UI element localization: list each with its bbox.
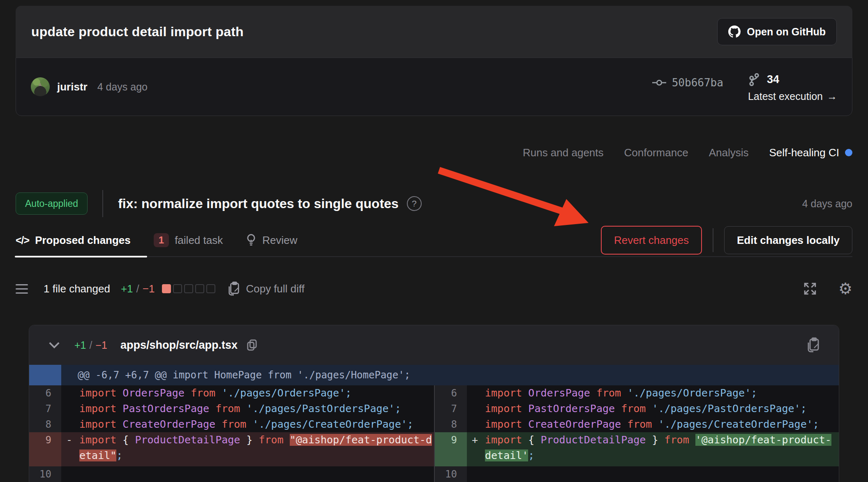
code-token: from <box>259 434 290 446</box>
diff-line-7: 7import PastOrdersPage from './pages/Pas… <box>29 401 434 417</box>
code-token: import <box>485 387 528 399</box>
commit-icon <box>652 79 666 87</box>
code-token: CreateOrderPage <box>528 418 621 430</box>
latest-execution-link[interactable]: Latest execution → <box>748 90 837 102</box>
execution-count: 34 <box>767 73 779 86</box>
chevron-down-icon[interactable] <box>48 341 60 349</box>
auto-applied-badge: Auto-applied <box>16 192 88 215</box>
diffstat-squares <box>162 284 215 293</box>
fix-tabs-row: </> Proposed changes 1 failed task Revie… <box>16 224 852 257</box>
diff-line-10: 10 <box>29 466 434 482</box>
code-token: ProductDetailPage <box>540 434 646 446</box>
code-token: { <box>122 434 135 446</box>
revert-changes-button[interactable]: Revert changes <box>601 226 702 255</box>
tab-proposed-changes[interactable]: </> Proposed changes <box>16 234 131 247</box>
divider <box>713 228 713 252</box>
code-token: './pages/CreateOrderPage' <box>658 418 813 430</box>
line-content <box>61 466 434 482</box>
diff-file-header[interactable]: +1 / −1 apps/shop/src/app.tsx <box>29 325 839 365</box>
github-icon <box>728 25 741 38</box>
line-number: 8 <box>435 417 467 432</box>
line-number: 9 <box>435 432 467 466</box>
open-on-github-label: Open on GitHub <box>747 26 826 38</box>
code-token: ; <box>751 387 757 399</box>
line-content: import PastOrdersPage from './pages/Past… <box>61 401 434 417</box>
code-token: ; <box>801 403 807 415</box>
diffstat-square <box>195 284 204 293</box>
code-token: './pages/PastOrdersPage' <box>246 403 395 415</box>
code-token: from <box>209 403 246 415</box>
code-icon: </> <box>16 234 29 246</box>
code-token: from <box>590 387 627 399</box>
code-token: ; <box>395 403 401 415</box>
file-additions: +1 <box>74 339 86 351</box>
nav-runs-and-agents[interactable]: Runs and agents <box>523 146 604 159</box>
commit-author[interactable]: juristr <box>57 81 88 93</box>
additions-count: +1 <box>121 283 133 295</box>
file-path: apps/shop/src/app.tsx <box>120 339 238 352</box>
active-tab-underline <box>15 256 147 257</box>
nav-conformance[interactable]: Conformance <box>624 146 688 159</box>
code-token: import <box>485 403 528 415</box>
avatar[interactable] <box>31 77 50 96</box>
diffstat-square <box>206 284 215 293</box>
code-token: from <box>665 434 695 446</box>
line-number: 8 <box>29 417 61 432</box>
copy-path-icon[interactable] <box>247 339 257 351</box>
nav-analysis[interactable]: Analysis <box>709 146 749 159</box>
gear-icon[interactable]: ⚙ <box>838 282 852 296</box>
help-icon[interactable]: ? <box>407 196 422 211</box>
tab-failed-task-label: failed task <box>175 234 223 247</box>
code-token: ; <box>116 450 122 461</box>
hunk-header-text: @@ -6,7 +6,7 @@ import HomePage from './… <box>78 369 410 381</box>
line-content: import CreateOrderPage from './pages/Cre… <box>467 417 839 432</box>
edit-changes-locally-button[interactable]: Edit changes locally <box>724 226 852 254</box>
fullscreen-icon[interactable] <box>803 282 817 296</box>
diffstat-square <box>184 284 193 293</box>
code-token: CreateOrderPage <box>122 418 215 430</box>
commit-meta-card: juristr 4 days ago 50b667ba 34 Latest ex… <box>16 58 852 116</box>
file-deletions: −1 <box>95 339 107 351</box>
line-content: import OrdersPage from './pages/OrdersPa… <box>467 385 839 401</box>
git-branch-icon <box>748 73 760 86</box>
failed-count-badge: 1 <box>154 233 169 247</box>
nav-self-healing-ci-label: Self-healing CI <box>769 146 839 159</box>
code-token: } <box>240 434 259 446</box>
deletions-count: −1 <box>143 283 155 295</box>
code-token: ; <box>813 418 819 430</box>
latest-execution-label: Latest execution <box>748 90 823 102</box>
diffstat-square-filled <box>162 284 171 293</box>
tab-failed-task[interactable]: 1 failed task <box>154 233 223 247</box>
diff-panel-old: 6import OrdersPage from './pages/OrdersP… <box>29 385 434 482</box>
line-number: 10 <box>29 466 61 482</box>
nav-self-healing-ci[interactable]: Self-healing CI <box>769 146 852 159</box>
code-token: import <box>79 418 122 430</box>
hunk-header-row: @@ -6,7 +6,7 @@ import HomePage from './… <box>29 365 839 385</box>
clipboard-icon <box>228 281 240 296</box>
open-on-github-button[interactable]: Open on GitHub <box>717 18 837 45</box>
line-content <box>467 466 839 482</box>
diff-panel-new: 6import OrdersPage from './pages/OrdersP… <box>435 385 839 482</box>
commit-hash: 50b667ba <box>672 76 723 89</box>
fix-title: fix: normalize import quotes to single q… <box>118 196 399 211</box>
tab-proposed-changes-label: Proposed changes <box>35 234 131 247</box>
fix-age: 4 days ago <box>802 198 852 210</box>
copy-full-diff-button[interactable]: Copy full diff <box>228 281 305 296</box>
deletion-marker: - <box>66 432 72 448</box>
tab-review[interactable]: Review <box>246 234 297 247</box>
divider <box>102 190 103 217</box>
code-token: } <box>646 434 664 446</box>
line-content: import PastOrdersPage from './pages/Past… <box>467 401 839 417</box>
code-token: ProductDetailPage <box>135 434 240 446</box>
diff-line-8: 8import CreateOrderPage from './pages/Cr… <box>435 417 839 432</box>
commit-hash-group[interactable]: 50b667ba <box>652 76 723 89</box>
top-nav: Runs and agents Conformance Analysis Sel… <box>523 142 852 163</box>
diff-line-6: 6import OrdersPage from './pages/OrdersP… <box>435 385 839 401</box>
line-content: import CreateOrderPage from './pages/Cre… <box>61 417 434 432</box>
code-token: PastOrdersPage <box>122 403 209 415</box>
count-separator: / <box>136 283 139 295</box>
code-token: from <box>185 387 222 399</box>
file-list-menu-icon[interactable] <box>16 284 28 294</box>
code-token: import <box>485 434 528 446</box>
copy-file-diff-icon[interactable] <box>807 337 820 353</box>
